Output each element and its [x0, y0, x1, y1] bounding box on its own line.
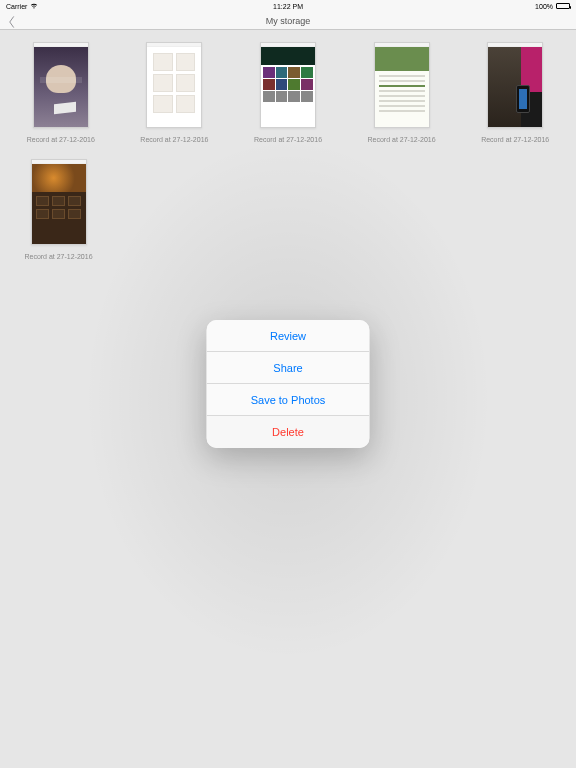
- storage-item[interactable]: Record at 27-12-2016: [4, 30, 118, 147]
- item-caption: Record at 27-12-2016: [140, 136, 208, 143]
- item-caption: Record at 27-12-2016: [368, 136, 436, 143]
- thumbnail: [487, 42, 543, 128]
- status-time: 11:22 PM: [273, 3, 303, 10]
- item-caption: Record at 27-12-2016: [481, 136, 549, 143]
- review-button[interactable]: Review: [207, 320, 370, 352]
- wifi-icon: [30, 3, 38, 9]
- item-caption: Record at 27-12-2016: [27, 136, 95, 143]
- storage-item[interactable]: Record at 27-12-2016: [4, 147, 113, 264]
- battery-icon: [556, 3, 570, 9]
- thumbnail: [374, 42, 430, 128]
- storage-grid: Record at 27-12-2016 Record at 27-12-201…: [0, 30, 576, 147]
- share-button[interactable]: Share: [207, 352, 370, 384]
- status-left: Carrier: [6, 3, 38, 10]
- storage-item[interactable]: Record at 27-12-2016: [118, 30, 232, 147]
- save-to-photos-button[interactable]: Save to Photos: [207, 384, 370, 416]
- thumbnail: [146, 42, 202, 128]
- thumbnail: [31, 159, 87, 245]
- battery-percent: 100%: [535, 3, 553, 10]
- status-right: 100%: [535, 3, 570, 10]
- thumbnail: [33, 42, 89, 128]
- item-caption: Record at 27-12-2016: [254, 136, 322, 143]
- storage-item[interactable]: Record at 27-12-2016: [345, 30, 459, 147]
- storage-item[interactable]: Record at 27-12-2016: [458, 30, 572, 147]
- carrier-label: Carrier: [6, 3, 27, 10]
- delete-button[interactable]: Delete: [207, 416, 370, 448]
- storage-item[interactable]: Record at 27-12-2016: [231, 30, 345, 147]
- action-sheet: Review Share Save to Photos Delete: [207, 320, 370, 448]
- status-bar: Carrier 11:22 PM 100%: [0, 0, 576, 12]
- back-chevron-icon[interactable]: [8, 14, 18, 28]
- thumbnail: [260, 42, 316, 128]
- storage-grid-row2: Record at 27-12-2016: [0, 147, 576, 264]
- item-caption: Record at 27-12-2016: [24, 253, 92, 260]
- nav-bar: My storage: [0, 12, 576, 30]
- page-title: My storage: [266, 16, 311, 26]
